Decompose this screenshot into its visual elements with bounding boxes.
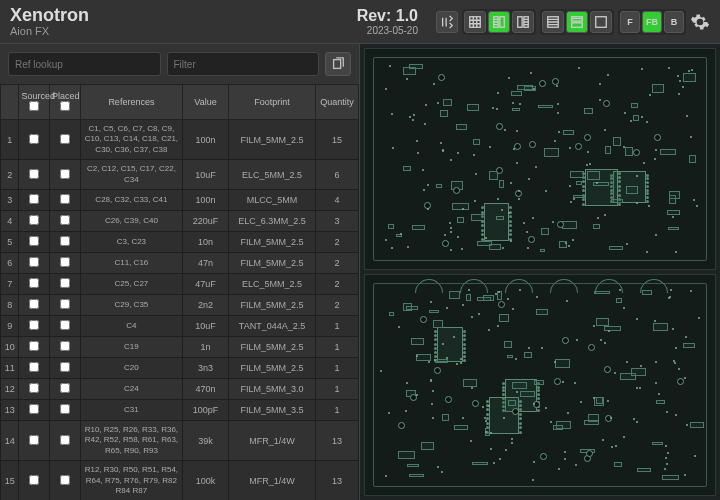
split-view-button[interactable] [566, 11, 588, 33]
placed-checkbox[interactable] [60, 134, 70, 144]
placed-all-checkbox[interactable] [60, 101, 70, 111]
sourced-checkbox[interactable] [29, 134, 39, 144]
table-row[interactable]: 12C24470nFILM_5MM_3.01 [1, 378, 359, 399]
table-row[interactable]: 8C29, C352n2FILM_5MM_2.52 [1, 294, 359, 315]
bom-panel: Sourced Placed References Value Footprin… [0, 44, 360, 500]
placed-checkbox[interactable] [60, 341, 70, 351]
svg-rect-7 [572, 22, 583, 26]
settings-button[interactable] [690, 12, 710, 32]
placed-checkbox[interactable] [60, 383, 70, 393]
placed-checkbox[interactable] [60, 435, 70, 445]
table-row[interactable]: 13C31100pFFILM_5MM_3.51 [1, 399, 359, 420]
sourced-checkbox[interactable] [29, 362, 39, 372]
svg-rect-9 [334, 60, 341, 69]
col-sourced[interactable]: Sourced [19, 85, 50, 120]
placed-checkbox[interactable] [60, 475, 70, 485]
io-toggle-button[interactable] [436, 11, 458, 33]
placed-checkbox[interactable] [60, 404, 70, 414]
bom-right-button[interactable] [512, 11, 534, 33]
project-subtitle: Aion FX [10, 25, 89, 37]
table-row[interactable]: 2C2, C12, C15, C17, C22, C3410uFELC_5MM_… [1, 160, 359, 190]
table-row[interactable]: 5C3, C2310nFILM_5MM_2.52 [1, 231, 359, 252]
grid-view-button[interactable] [464, 11, 486, 33]
svg-rect-0 [470, 16, 481, 27]
col-references[interactable]: References [80, 85, 182, 120]
table-row[interactable]: 1C1, C5, C6, C7, C8, C9, C10, C13, C14, … [1, 120, 359, 160]
pcb-back-view[interactable] [364, 274, 716, 496]
svg-rect-3 [518, 16, 522, 27]
bom-only-button[interactable] [542, 11, 564, 33]
placed-checkbox[interactable] [60, 299, 70, 309]
placed-checkbox[interactable] [60, 169, 70, 179]
table-row[interactable]: 7C25, C2747uFELC_5MM_2.52 [1, 273, 359, 294]
project-title-block: Xenotron Aion FX [10, 6, 89, 38]
col-value[interactable]: Value [183, 85, 229, 120]
view-mode-group [462, 9, 536, 35]
sourced-checkbox[interactable] [29, 236, 39, 246]
table-row[interactable]: 15R12, R30, R50, R51, R54, R64, R75, R76… [1, 461, 359, 500]
sourced-checkbox[interactable] [29, 257, 39, 267]
layer-front-button[interactable]: F [620, 11, 640, 33]
sourced-checkbox[interactable] [29, 299, 39, 309]
sourced-checkbox[interactable] [29, 194, 39, 204]
layer-back-button[interactable]: B [664, 11, 684, 33]
revision-label: Rev: 1.0 [357, 7, 418, 24]
placed-checkbox[interactable] [60, 320, 70, 330]
col-index[interactable] [1, 85, 19, 120]
ref-lookup-input[interactable] [8, 52, 161, 76]
placed-checkbox[interactable] [60, 257, 70, 267]
table-row[interactable]: 9C410uFTANT_044A_2.51 [1, 315, 359, 336]
copy-button[interactable] [325, 52, 351, 76]
pcb-front-view[interactable] [364, 48, 716, 270]
table-row[interactable]: 4C26, C39, C40220uFELC_6.3MM_2.53 [1, 210, 359, 231]
placed-checkbox[interactable] [60, 278, 70, 288]
bom-table: Sourced Placed References Value Footprin… [0, 84, 359, 500]
sourced-checkbox[interactable] [29, 475, 39, 485]
col-quantity[interactable]: Quantity [315, 85, 358, 120]
sourced-checkbox[interactable] [29, 404, 39, 414]
layout-mode-group [540, 9, 614, 35]
table-row[interactable]: 6C11, C1647nFILM_5MM_2.52 [1, 252, 359, 273]
revision-block: Rev: 1.0 2023-05-20 [357, 6, 418, 37]
top-bar: Xenotron Aion FX Rev: 1.0 2023-05-20 F F… [0, 0, 720, 44]
col-placed[interactable]: Placed [50, 85, 81, 120]
svg-rect-8 [596, 16, 607, 27]
layer-frontback-button[interactable]: FB [642, 11, 662, 33]
sourced-checkbox[interactable] [29, 383, 39, 393]
table-row[interactable]: 3C28, C32, C33, C41100nMLCC_5MM4 [1, 189, 359, 210]
placed-checkbox[interactable] [60, 236, 70, 246]
table-row[interactable]: 11C203n3FILM_5MM_2.51 [1, 357, 359, 378]
svg-rect-2 [500, 16, 504, 27]
table-row[interactable]: 14R10, R25, R26, R33, R36, R42, R52, R58… [1, 420, 359, 460]
project-title: Xenotron [10, 6, 89, 26]
col-footprint[interactable]: Footprint [229, 85, 316, 120]
sourced-checkbox[interactable] [29, 341, 39, 351]
table-row[interactable]: 10C191nFILM_5MM_2.51 [1, 336, 359, 357]
sourced-checkbox[interactable] [29, 169, 39, 179]
bom-left-button[interactable] [488, 11, 510, 33]
pcb-only-button[interactable] [590, 11, 612, 33]
revision-date: 2023-05-20 [357, 25, 418, 37]
sourced-checkbox[interactable] [29, 435, 39, 445]
placed-checkbox[interactable] [60, 215, 70, 225]
sourced-checkbox[interactable] [29, 215, 39, 225]
filter-input[interactable] [167, 52, 320, 76]
placed-checkbox[interactable] [60, 362, 70, 372]
pcb-viewer [360, 44, 720, 500]
placed-checkbox[interactable] [60, 194, 70, 204]
sourced-checkbox[interactable] [29, 320, 39, 330]
sourced-checkbox[interactable] [29, 278, 39, 288]
sourced-all-checkbox[interactable] [29, 101, 39, 111]
layer-toggle-group: F FB B [618, 9, 686, 35]
